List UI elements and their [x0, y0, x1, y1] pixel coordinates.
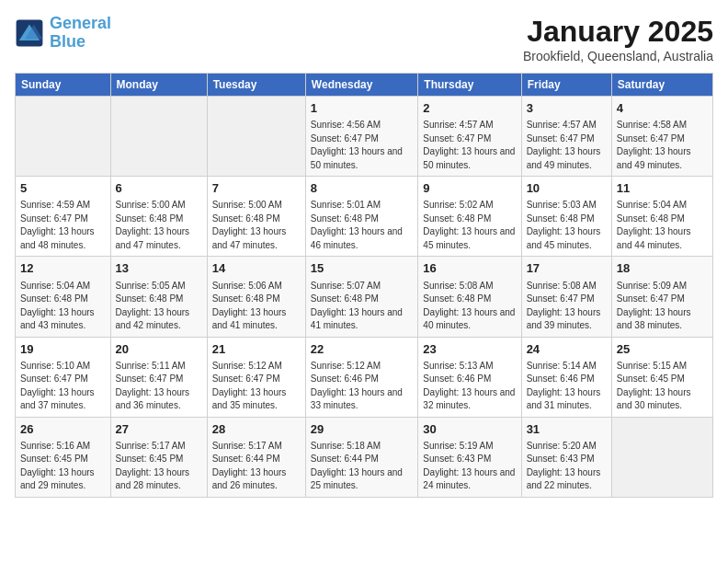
- day-info: Sunrise: 5:14 AM Sunset: 6:46 PM Dayligh…: [527, 360, 607, 413]
- day-number: 17: [527, 260, 607, 277]
- month-title: January 2025: [523, 15, 713, 49]
- day-info: Sunrise: 5:08 AM Sunset: 6:47 PM Dayligh…: [527, 280, 607, 333]
- day-info: Sunrise: 5:09 AM Sunset: 6:47 PM Dayligh…: [617, 280, 708, 333]
- day-number: 9: [423, 180, 516, 197]
- day-number: 4: [617, 100, 708, 117]
- day-info: Sunrise: 5:02 AM Sunset: 6:48 PM Dayligh…: [423, 199, 516, 252]
- day-info: Sunrise: 5:19 AM Sunset: 6:43 PM Dayligh…: [423, 440, 516, 493]
- day-number: 28: [212, 421, 301, 438]
- day-number: 23: [423, 341, 516, 358]
- calendar-cell: 30Sunrise: 5:19 AM Sunset: 6:43 PM Dayli…: [418, 417, 521, 497]
- calendar-header: SundayMondayTuesdayWednesdayThursdayFrid…: [16, 74, 713, 97]
- calendar-week-5: 26Sunrise: 5:16 AM Sunset: 6:45 PM Dayli…: [16, 417, 713, 497]
- day-number: 10: [527, 180, 607, 197]
- day-number: 31: [527, 421, 607, 438]
- calendar-cell: 23Sunrise: 5:13 AM Sunset: 6:46 PM Dayli…: [418, 337, 521, 417]
- day-header-sunday: Sunday: [16, 74, 111, 97]
- day-header-tuesday: Tuesday: [207, 74, 305, 97]
- day-number: 14: [212, 260, 301, 277]
- day-info: Sunrise: 5:17 AM Sunset: 6:45 PM Dayligh…: [116, 440, 202, 493]
- calendar-cell: 18Sunrise: 5:09 AM Sunset: 6:47 PM Dayli…: [611, 257, 712, 337]
- calendar-cell: [110, 97, 207, 177]
- calendar-table: SundayMondayTuesdayWednesdayThursdayFrid…: [15, 73, 713, 498]
- calendar-cell: 13Sunrise: 5:05 AM Sunset: 6:48 PM Dayli…: [110, 257, 207, 337]
- calendar-cell: 29Sunrise: 5:18 AM Sunset: 6:44 PM Dayli…: [305, 417, 418, 497]
- title-area: January 2025 Brookfield, Queensland, Aus…: [523, 15, 713, 63]
- calendar-cell: 8Sunrise: 5:01 AM Sunset: 6:48 PM Daylig…: [305, 177, 418, 257]
- calendar-cell: 12Sunrise: 5:04 AM Sunset: 6:48 PM Dayli…: [16, 257, 111, 337]
- day-number: 22: [311, 341, 414, 358]
- calendar-cell: 26Sunrise: 5:16 AM Sunset: 6:45 PM Dayli…: [16, 417, 111, 497]
- day-number: 30: [423, 421, 516, 438]
- day-info: Sunrise: 5:10 AM Sunset: 6:47 PM Dayligh…: [20, 360, 106, 413]
- day-number: 13: [116, 260, 202, 277]
- day-number: 11: [617, 180, 708, 197]
- calendar-cell: 4Sunrise: 4:58 AM Sunset: 6:47 PM Daylig…: [611, 97, 712, 177]
- day-info: Sunrise: 5:12 AM Sunset: 6:47 PM Dayligh…: [212, 360, 301, 413]
- day-number: 8: [311, 180, 414, 197]
- day-header-saturday: Saturday: [611, 74, 712, 97]
- logo-line1: General: [50, 15, 111, 33]
- day-info: Sunrise: 5:04 AM Sunset: 6:48 PM Dayligh…: [20, 280, 106, 333]
- calendar-cell: [611, 417, 712, 497]
- location-subtitle: Brookfield, Queensland, Australia: [523, 49, 713, 63]
- day-number: 25: [617, 341, 708, 358]
- day-number: 21: [212, 341, 301, 358]
- day-number: 12: [20, 260, 106, 277]
- day-number: 5: [20, 180, 106, 197]
- day-number: 24: [527, 341, 607, 358]
- day-info: Sunrise: 4:59 AM Sunset: 6:47 PM Dayligh…: [20, 199, 106, 252]
- day-number: 18: [617, 260, 708, 277]
- day-info: Sunrise: 5:00 AM Sunset: 6:48 PM Dayligh…: [116, 199, 202, 252]
- day-info: Sunrise: 5:06 AM Sunset: 6:48 PM Dayligh…: [212, 280, 301, 333]
- calendar-week-2: 5Sunrise: 4:59 AM Sunset: 6:47 PM Daylig…: [16, 177, 713, 257]
- calendar-cell: 2Sunrise: 4:57 AM Sunset: 6:47 PM Daylig…: [418, 97, 521, 177]
- day-info: Sunrise: 5:04 AM Sunset: 6:48 PM Dayligh…: [617, 199, 708, 252]
- day-number: 20: [116, 341, 202, 358]
- day-number: 3: [527, 100, 607, 117]
- day-number: 27: [116, 421, 202, 438]
- day-info: Sunrise: 5:03 AM Sunset: 6:48 PM Dayligh…: [527, 199, 607, 252]
- logo: General Blue: [15, 15, 111, 52]
- day-info: Sunrise: 5:11 AM Sunset: 6:47 PM Dayligh…: [116, 360, 202, 413]
- calendar-cell: 14Sunrise: 5:06 AM Sunset: 6:48 PM Dayli…: [207, 257, 305, 337]
- logo-icon: [15, 18, 44, 48]
- day-number: 2: [423, 100, 516, 117]
- calendar-body: 1Sunrise: 4:56 AM Sunset: 6:47 PM Daylig…: [16, 97, 713, 498]
- day-info: Sunrise: 5:07 AM Sunset: 6:48 PM Dayligh…: [311, 280, 414, 333]
- day-info: Sunrise: 4:56 AM Sunset: 6:47 PM Dayligh…: [311, 119, 414, 172]
- day-number: 26: [20, 421, 106, 438]
- day-info: Sunrise: 5:12 AM Sunset: 6:46 PM Dayligh…: [311, 360, 414, 413]
- calendar-cell: 11Sunrise: 5:04 AM Sunset: 6:48 PM Dayli…: [611, 177, 712, 257]
- day-number: 6: [116, 180, 202, 197]
- day-info: Sunrise: 5:20 AM Sunset: 6:43 PM Dayligh…: [527, 440, 607, 493]
- calendar-week-4: 19Sunrise: 5:10 AM Sunset: 6:47 PM Dayli…: [16, 337, 713, 417]
- calendar-cell: 28Sunrise: 5:17 AM Sunset: 6:44 PM Dayli…: [207, 417, 305, 497]
- calendar-week-1: 1Sunrise: 4:56 AM Sunset: 6:47 PM Daylig…: [16, 97, 713, 177]
- day-header-thursday: Thursday: [418, 74, 521, 97]
- calendar-cell: 31Sunrise: 5:20 AM Sunset: 6:43 PM Dayli…: [521, 417, 611, 497]
- day-info: Sunrise: 5:08 AM Sunset: 6:48 PM Dayligh…: [423, 280, 516, 333]
- calendar-cell: 3Sunrise: 4:57 AM Sunset: 6:47 PM Daylig…: [521, 97, 611, 177]
- calendar-week-3: 12Sunrise: 5:04 AM Sunset: 6:48 PM Dayli…: [16, 257, 713, 337]
- day-info: Sunrise: 5:13 AM Sunset: 6:46 PM Dayligh…: [423, 360, 516, 413]
- day-info: Sunrise: 5:17 AM Sunset: 6:44 PM Dayligh…: [212, 440, 301, 493]
- calendar-cell: [207, 97, 305, 177]
- calendar-cell: 6Sunrise: 5:00 AM Sunset: 6:48 PM Daylig…: [110, 177, 207, 257]
- day-info: Sunrise: 4:57 AM Sunset: 6:47 PM Dayligh…: [423, 119, 516, 172]
- calendar-cell: 27Sunrise: 5:17 AM Sunset: 6:45 PM Dayli…: [110, 417, 207, 497]
- day-number: 19: [20, 341, 106, 358]
- day-header-wednesday: Wednesday: [305, 74, 418, 97]
- calendar-cell: 25Sunrise: 5:15 AM Sunset: 6:45 PM Dayli…: [611, 337, 712, 417]
- calendar-cell: 7Sunrise: 5:00 AM Sunset: 6:48 PM Daylig…: [207, 177, 305, 257]
- day-info: Sunrise: 5:01 AM Sunset: 6:48 PM Dayligh…: [311, 199, 414, 252]
- day-number: 29: [311, 421, 414, 438]
- day-info: Sunrise: 5:00 AM Sunset: 6:48 PM Dayligh…: [212, 199, 301, 252]
- day-header-friday: Friday: [521, 74, 611, 97]
- calendar-cell: 24Sunrise: 5:14 AM Sunset: 6:46 PM Dayli…: [521, 337, 611, 417]
- day-number: 15: [311, 260, 414, 277]
- day-info: Sunrise: 5:15 AM Sunset: 6:45 PM Dayligh…: [617, 360, 708, 413]
- calendar-cell: 1Sunrise: 4:56 AM Sunset: 6:47 PM Daylig…: [305, 97, 418, 177]
- logo-line2: Blue: [50, 33, 111, 52]
- calendar-cell: 5Sunrise: 4:59 AM Sunset: 6:47 PM Daylig…: [16, 177, 111, 257]
